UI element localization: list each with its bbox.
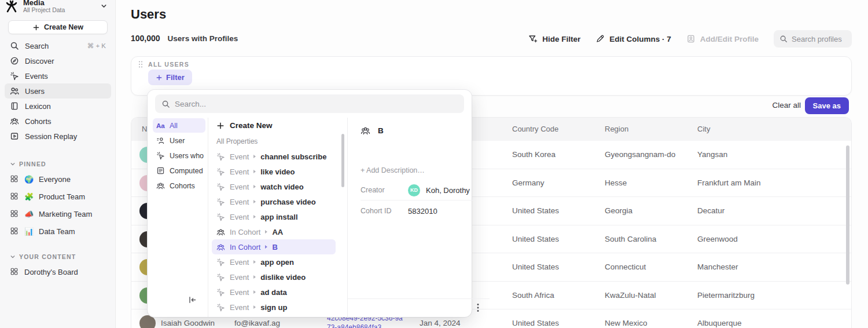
category-user[interactable]: User (153, 133, 205, 148)
chevron-right-icon (253, 185, 256, 188)
pinned-item-marketing-team[interactable]: 📣 Marketing Team (5, 205, 111, 223)
property-item-app-open[interactable]: Eventapp open (212, 254, 336, 269)
funnel-icon (528, 34, 538, 43)
popup-search-input[interactable] (175, 100, 458, 108)
profile-count-value: 100,000 (131, 34, 160, 43)
filter-property-popup: Aa All User Users who di... Computed Coh… (148, 90, 472, 317)
sidebar-item-lexicon[interactable]: Lexicon (5, 99, 111, 114)
divider (361, 200, 476, 201)
cohorts-icon (216, 243, 225, 252)
drag-handle-icon[interactable] (138, 60, 143, 68)
group-label: All Properties (216, 137, 258, 145)
chevron-right-icon (253, 215, 256, 218)
your-content-header[interactable]: YOUR CONTENT (5, 250, 111, 263)
sidebar-item-events[interactable]: Events (5, 68, 111, 83)
property-item-like-video[interactable]: Eventlike video (212, 164, 336, 179)
avatar (139, 315, 156, 328)
cell-region: Gyeongsangnam-do (605, 141, 675, 169)
add-description-button[interactable]: + Add Description… (361, 166, 425, 174)
cell-region: KwaZulu-Natal (605, 282, 656, 309)
cell-country: United States (512, 225, 559, 253)
more-options-icon[interactable] (477, 303, 479, 312)
column-header-city[interactable]: City (697, 118, 710, 141)
category-users-who-did[interactable]: Users who di... (153, 148, 205, 163)
search-icon (779, 35, 788, 43)
category-cohorts[interactable]: Cohorts (153, 178, 205, 193)
category-all[interactable]: Aa All (153, 118, 205, 133)
property-item-watch-video[interactable]: Eventwatch video (212, 179, 336, 194)
bar-chart-emoji-icon: 📊 (24, 227, 34, 236)
table-scrollbar[interactable] (846, 145, 849, 285)
edit-columns-button[interactable]: Edit Columns · 7 (595, 34, 671, 43)
your-content-item-dorothys-board[interactable]: Dorothy's Board (5, 263, 111, 280)
cell-city: Albuquerque (697, 309, 742, 328)
chevron-right-icon (253, 260, 256, 264)
board-grid-icon (10, 192, 19, 201)
property-item-channel-subscribe[interactable]: Eventchannel subscribe (212, 149, 336, 164)
property-item-in-cohort-b[interactable]: In CohortB (212, 239, 336, 254)
sidebar-item-search[interactable]: Search ⌘ + K (5, 38, 111, 53)
clear-all-button[interactable]: Clear all (772, 101, 801, 110)
pinned-section: PINNED 🌍 Everyone 🧩 Product Team 📣 Marke… (5, 158, 111, 240)
user-property-icon (156, 136, 165, 145)
sidebar-item-session-replay[interactable]: Session Replay (5, 129, 111, 144)
cell-city: Pietermaritzburg (697, 282, 755, 309)
creator-row: Creator KD Koh, Dorothy (361, 183, 476, 198)
page-title: Users (131, 7, 166, 22)
pinned-item-product-team[interactable]: 🧩 Product Team (5, 188, 111, 205)
all-users-label: ALL USERS (148, 61, 189, 68)
property-item-app-install[interactable]: Eventapp install (212, 209, 336, 224)
save-as-button[interactable]: Save as (805, 97, 849, 114)
cell-city: Decatur (697, 197, 724, 225)
property-item-in-cohort-aa[interactable]: In CohortAA (212, 224, 336, 239)
sidebar-item-cohorts[interactable]: Cohorts (5, 114, 111, 129)
chevron-right-icon (253, 155, 256, 158)
popup-create-new[interactable]: Create New (216, 121, 273, 130)
board-grid-icon (10, 267, 19, 276)
cell-country: Germany (512, 169, 545, 197)
property-item-ad-data[interactable]: Eventad data (212, 285, 336, 300)
cell-region: South Carolina (605, 225, 656, 253)
event-spark-icon (216, 273, 225, 282)
pinned-header[interactable]: PINNED (5, 158, 111, 170)
add-edit-profile-button[interactable]: Add/Edit Profile (686, 34, 759, 43)
create-new-button[interactable]: Create New (8, 20, 108, 34)
search-icon (161, 100, 170, 108)
sidebar-item-discover[interactable]: Discover (5, 53, 111, 68)
add-filter-button[interactable]: Filter (148, 70, 192, 85)
property-item-purchase-video[interactable]: Eventpurchase video (212, 194, 336, 209)
sidebar-item-users[interactable]: Users (5, 83, 111, 99)
cohorts-icon (156, 181, 165, 190)
collapse-panel-icon[interactable] (188, 296, 197, 304)
popup-category-list: Aa All User Users who di... Computed Coh… (148, 118, 208, 317)
search-profiles-input[interactable] (792, 35, 846, 43)
workspace-switcher[interactable]: Media All Project Data (5, 0, 112, 16)
cell-region: Hesse (605, 169, 627, 197)
event-spark-icon (216, 303, 225, 312)
cohorts-icon (216, 228, 225, 236)
media-logo-icon (5, 0, 19, 13)
hide-filter-button[interactable]: Hide Filter (528, 34, 580, 43)
cell-country: South Korea (512, 141, 556, 169)
category-computed[interactable]: Computed (153, 163, 205, 178)
creator-name: Koh, Dorothy (426, 186, 470, 195)
creator-label: Creator (361, 186, 396, 194)
compass-icon (10, 56, 19, 65)
pinned-item-data-team[interactable]: 📊 Data Team (5, 223, 111, 240)
board-grid-icon (10, 227, 19, 236)
cell-region: Connecticut (605, 253, 646, 281)
book-icon (10, 101, 19, 111)
event-spark-icon (216, 183, 225, 191)
session-replay-icon (10, 132, 19, 141)
sidebar-nav: Search ⌘ + K Discover Events Users Lexic… (5, 38, 111, 144)
computed-icon (156, 166, 165, 175)
pinned-item-everyone[interactable]: 🌍 Everyone (5, 170, 111, 188)
column-header-region[interactable]: Region (605, 118, 628, 141)
detail-footer (348, 298, 490, 317)
popup-scrollbar[interactable] (341, 134, 344, 187)
chevron-down-icon (10, 254, 16, 260)
column-header-country-code[interactable]: Country Code (512, 118, 558, 141)
property-item-sign-up[interactable]: Eventsign up (212, 300, 336, 315)
property-item-dislike-video[interactable]: Eventdislike video (212, 269, 336, 285)
search-shortcut: ⌘ + K (87, 42, 106, 50)
